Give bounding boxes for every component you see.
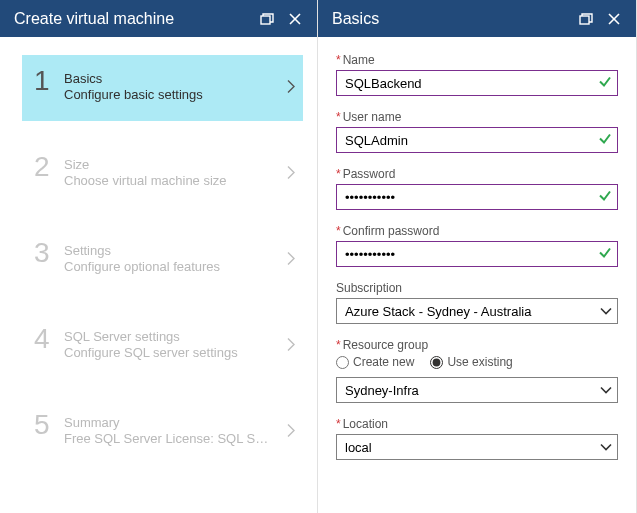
basics-title: Basics — [332, 10, 572, 28]
radio-create-new-input[interactable] — [336, 356, 349, 369]
step-subtitle: Configure basic settings — [64, 87, 293, 103]
step-title: Summary — [64, 415, 293, 431]
field-resource-group: *Resource group Create new Use existing … — [336, 338, 618, 403]
wizard-title: Create virtual machine — [14, 10, 253, 28]
step-number: 1 — [34, 67, 64, 95]
field-username: *User name — [336, 110, 618, 153]
step-number: 5 — [34, 411, 64, 439]
chevron-right-icon — [287, 252, 295, 269]
field-confirm-password: *Confirm password — [336, 224, 618, 267]
svg-rect-3 — [580, 16, 589, 24]
wizard-step-size[interactable]: 2 Size Choose virtual machine size — [22, 141, 303, 207]
step-title: Size — [64, 157, 293, 173]
radio-create-new[interactable]: Create new — [336, 355, 414, 369]
wizard-step-basics[interactable]: 1 Basics Configure basic settings — [22, 55, 303, 121]
radio-create-new-label: Create new — [353, 355, 414, 369]
label-resource-group: *Resource group — [336, 338, 618, 352]
resource-group-select[interactable]: Sydney-Infra — [336, 377, 618, 403]
close-icon[interactable] — [600, 5, 628, 33]
chevron-right-icon — [287, 166, 295, 183]
field-password: *Password — [336, 167, 618, 210]
chevron-right-icon — [287, 80, 295, 97]
chevron-right-icon — [287, 338, 295, 355]
restore-icon[interactable] — [253, 5, 281, 33]
basics-pane: Basics *Name — [318, 0, 637, 513]
field-name: *Name — [336, 53, 618, 96]
wizard-step-summary[interactable]: 5 Summary Free SQL Server License: SQL S… — [22, 399, 303, 465]
step-number: 2 — [34, 153, 64, 181]
wizard-header: Create virtual machine — [0, 0, 317, 37]
wizard-step-settings[interactable]: 3 Settings Configure optional features — [22, 227, 303, 293]
field-subscription: Subscription Azure Stack - Sydney - Aust… — [336, 281, 618, 324]
basics-header: Basics — [318, 0, 636, 37]
step-number: 4 — [34, 325, 64, 353]
step-title: Settings — [64, 243, 293, 259]
step-subtitle: Free SQL Server License: SQL S… — [64, 431, 293, 447]
svg-rect-0 — [261, 16, 270, 24]
label-password: *Password — [336, 167, 618, 181]
confirm-password-input[interactable] — [336, 241, 618, 267]
radio-use-existing[interactable]: Use existing — [430, 355, 512, 369]
password-input[interactable] — [336, 184, 618, 210]
label-name: *Name — [336, 53, 618, 67]
chevron-right-icon — [287, 424, 295, 441]
restore-icon[interactable] — [572, 5, 600, 33]
name-input[interactable] — [336, 70, 618, 96]
location-select[interactable]: local — [336, 434, 618, 460]
wizard-steps: 1 Basics Configure basic settings 2 Size… — [0, 37, 317, 485]
label-subscription: Subscription — [336, 281, 618, 295]
wizard-pane: Create virtual machine 1 Basics Configur… — [0, 0, 318, 513]
step-subtitle: Choose virtual machine size — [64, 173, 293, 189]
step-number: 3 — [34, 239, 64, 267]
step-subtitle: Configure optional features — [64, 259, 293, 275]
step-subtitle: Configure SQL server settings — [64, 345, 293, 361]
username-input[interactable] — [336, 127, 618, 153]
wizard-step-sql-settings[interactable]: 4 SQL Server settings Configure SQL serv… — [22, 313, 303, 379]
radio-use-existing-input[interactable] — [430, 356, 443, 369]
radio-use-existing-label: Use existing — [447, 355, 512, 369]
subscription-select[interactable]: Azure Stack - Sydney - Australia — [336, 298, 618, 324]
label-username: *User name — [336, 110, 618, 124]
step-title: Basics — [64, 71, 293, 87]
field-location: *Location local — [336, 417, 618, 460]
label-location: *Location — [336, 417, 618, 431]
close-icon[interactable] — [281, 5, 309, 33]
step-title: SQL Server settings — [64, 329, 293, 345]
label-confirm-password: *Confirm password — [336, 224, 618, 238]
